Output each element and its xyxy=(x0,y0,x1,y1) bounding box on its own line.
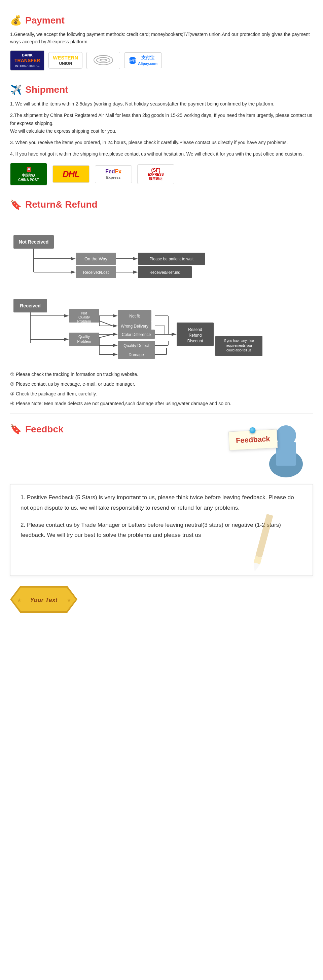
svg-marker-59 xyxy=(113,353,118,356)
bank-transfer-logo: BANK TRANSFER INTERNATIONAL xyxy=(10,50,45,70)
svg-marker-17 xyxy=(71,270,76,274)
shipping-logos: 📮 中国邮政 CHINA POST DHL FedEx Express (SF)… xyxy=(10,163,313,185)
payment-title: Payment xyxy=(25,15,65,26)
star-badge: ★ ★ Your Text xyxy=(10,582,313,616)
svg-text:Wrong Delivery: Wrong Delivery xyxy=(121,324,149,329)
chinapost-logo: 📮 中国邮政 CHINA POST xyxy=(10,163,47,185)
shipment-para-1: 1. We will sent the items within 2-5days… xyxy=(10,100,313,108)
refund-title: Return& Refund xyxy=(25,199,98,210)
shipment-para-2: 2.The shipment by China Post Registered … xyxy=(10,111,313,135)
svg-marker-40 xyxy=(113,324,118,328)
svg-marker-85 xyxy=(251,562,260,572)
svg-text:Resend: Resend xyxy=(188,327,202,332)
payment-description: 1.Generally, we accept the following pay… xyxy=(10,30,313,46)
flowchart-container: Not Received On the Way Please be patien… xyxy=(10,215,313,364)
feedback-title: Feedbck xyxy=(25,424,64,435)
page-wrapper: 💰 Payment 1.Generally, we accept the fol… xyxy=(0,0,323,623)
payment-icon: 💰 xyxy=(10,15,22,26)
svg-marker-63 xyxy=(171,332,177,336)
svg-marker-9 xyxy=(71,257,76,260)
pen-decoration-area xyxy=(21,547,302,568)
sfexpress-logo: (SF) EXPRESS 顺丰速运 xyxy=(137,164,174,184)
svg-text:Quality Defect: Quality Defect xyxy=(123,344,149,348)
refund-divider xyxy=(10,413,313,414)
svg-text:requirements you: requirements you xyxy=(226,344,252,347)
shipment-para-3: 3. When you receive the items you ordere… xyxy=(10,139,313,147)
moneybookers-logo xyxy=(86,52,120,69)
svg-marker-21 xyxy=(133,270,138,274)
shipment-title: Shipment xyxy=(25,84,68,95)
svg-text:On the Way: On the Way xyxy=(85,256,108,261)
svg-marker-44 xyxy=(64,338,69,341)
svg-line-48 xyxy=(99,334,113,338)
svg-text:Not: Not xyxy=(81,311,87,315)
svg-marker-34 xyxy=(113,314,118,318)
svg-point-1 xyxy=(97,57,110,63)
svg-text:支付宝: 支付宝 xyxy=(128,59,137,62)
dhl-logo: DHL xyxy=(53,165,90,183)
feedback-sticky-label: Feedback xyxy=(235,435,270,445)
notes-list: ① Please check the tracking in formation… xyxy=(10,370,313,408)
shipment-section-header: ✈️ Shipment xyxy=(10,84,313,95)
star-badge-svg: ★ ★ Your Text xyxy=(10,582,77,616)
payment-section-header: 💰 Payment xyxy=(10,15,313,26)
payment-logos: BANK TRANSFER INTERNATIONAL WESTERN UNIO… xyxy=(10,50,313,70)
feedback-sticky-area: Feedback xyxy=(225,424,313,477)
svg-text:Received: Received xyxy=(20,303,40,309)
svg-line-37 xyxy=(99,321,113,326)
svg-text:Your Text: Your Text xyxy=(30,597,58,603)
note-item-3: ③ Check the package and Item, carefully. xyxy=(10,390,313,398)
svg-text:Color Difference: Color Difference xyxy=(122,332,151,337)
fedex-logo: FedEx Express xyxy=(95,165,132,183)
feedback-section-header: 🔖 Feedbck xyxy=(10,424,64,435)
feedback-content-box: 1. Positive Feedback (5 Stars) is very i… xyxy=(10,484,313,576)
feedback-header-row: 🔖 Feedbck Feedback xyxy=(10,424,313,477)
svg-text:★: ★ xyxy=(17,597,22,603)
svg-text:Discount: Discount xyxy=(187,339,203,344)
svg-text:Received/Lost: Received/Lost xyxy=(83,270,109,275)
svg-text:Received/Refund: Received/Refund xyxy=(149,270,180,275)
svg-marker-28 xyxy=(64,314,69,318)
pushpin xyxy=(249,427,256,434)
feedback-para-1: 1. Positive Feedback (5 Stars) is very i… xyxy=(21,493,302,513)
svg-text:Please be patient to wait: Please be patient to wait xyxy=(150,257,194,261)
note-item-4: ④ Please Note: Men made defects are not … xyxy=(10,399,313,408)
svg-text:could also tell us: could also tell us xyxy=(226,348,251,352)
svg-marker-13 xyxy=(133,257,138,260)
svg-text:Not fit: Not fit xyxy=(129,314,140,318)
feedback-icon: 🔖 xyxy=(10,424,22,435)
western-union-logo: WESTERN UNION xyxy=(48,52,82,68)
feedback-section: 🔖 Feedbck Feedback xyxy=(10,424,313,616)
svg-text:Problem: Problem xyxy=(77,339,91,344)
svg-text:Damage: Damage xyxy=(128,352,144,357)
svg-text:Refund: Refund xyxy=(189,333,202,338)
feedback-sticky-note: Feedback xyxy=(229,430,278,450)
alipay-logo: 支付宝 支付宝Alipay.com xyxy=(124,52,162,68)
shipment-para-4: 4. If you have not got it within the shi… xyxy=(10,150,313,158)
svg-rect-82 xyxy=(276,442,296,466)
svg-marker-55 xyxy=(113,344,118,347)
refund-section-header: 🔖 Return& Refund xyxy=(10,199,313,210)
svg-rect-83 xyxy=(255,514,273,558)
svg-marker-51 xyxy=(113,332,118,336)
svg-text:Not Received: Not Received xyxy=(19,239,49,245)
shipment-icon: ✈️ xyxy=(10,84,22,95)
svg-point-2 xyxy=(100,59,107,61)
flowchart-svg: Not Received On the Way Please be patien… xyxy=(10,215,313,363)
svg-text:If you have any else: If you have any else xyxy=(224,339,254,343)
note-item-1: ① Please check the tracking in formation… xyxy=(10,370,313,379)
svg-text:Quality: Quality xyxy=(78,315,90,319)
svg-text:Quality: Quality xyxy=(78,335,90,339)
refund-icon: 🔖 xyxy=(10,199,22,210)
svg-text:★: ★ xyxy=(67,597,71,603)
note-item-2: ② Please contact us by meesage, e-mail, … xyxy=(10,380,313,388)
svg-text:Problem: Problem xyxy=(77,319,91,323)
